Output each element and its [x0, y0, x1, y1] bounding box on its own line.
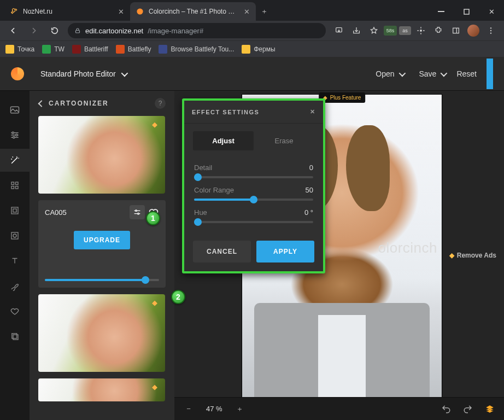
hue-slider[interactable]	[194, 221, 313, 223]
svg-rect-23	[13, 335, 18, 340]
menu-dots-icon[interactable]	[483, 23, 499, 38]
tool-text-icon[interactable]	[0, 249, 30, 272]
bookmark-item[interactable]: TW	[42, 45, 65, 54]
bookmark-item[interactable]: Battleriff	[72, 45, 108, 54]
tab-adjust[interactable]: Adjust	[193, 131, 254, 150]
watermark-text: olorcinch	[378, 240, 437, 256]
tool-brush-icon[interactable]	[0, 275, 30, 298]
reset-button[interactable]: Reset	[456, 69, 477, 78]
param-value: 0 °	[304, 208, 313, 217]
tool-wand-icon[interactable]	[0, 149, 30, 172]
selected-effect-card: CA005 UPGRADE	[38, 200, 166, 288]
zoom-in-button[interactable]: ＋	[232, 401, 248, 417]
svg-rect-16	[11, 186, 14, 189]
effect-settings-button[interactable]	[130, 205, 145, 219]
cancel-button[interactable]: CANCEL	[193, 241, 251, 262]
extension-icon[interactable]	[413, 23, 429, 38]
bookmark-item[interactable]: Battlefly	[116, 45, 151, 54]
app-favicon-icon	[136, 7, 144, 16]
app-header: Standard Photo Editor Open Save Reset	[0, 57, 504, 91]
primary-action-button[interactable]	[487, 59, 493, 89]
undo-button[interactable]	[438, 401, 454, 417]
svg-rect-22	[12, 334, 17, 339]
help-icon[interactable]: ?	[155, 98, 166, 109]
panel-title: EFFECT SETTINGS	[192, 109, 259, 115]
canvas-area: ◆Plus Feature olorcinch ◆Remove Ads ◆Rem…	[174, 91, 504, 420]
chevron-down-icon	[441, 69, 446, 78]
browser-titlebar: NozNet.ru ✕ Colorcinch – The #1 Photo Ed…	[0, 0, 504, 21]
close-panel-button[interactable]: ✕	[310, 108, 316, 115]
tool-vignette-icon[interactable]	[0, 224, 30, 247]
effect-thumbnail[interactable]: ◆	[38, 116, 165, 194]
zoom-level[interactable]: 47 %	[206, 405, 222, 413]
svg-point-21	[13, 234, 16, 237]
color-range-slider[interactable]	[194, 199, 313, 201]
forward-button[interactable]	[26, 23, 42, 38]
detail-slider[interactable]	[194, 176, 313, 178]
side-panel-icon[interactable]	[448, 23, 464, 38]
colorcinch-app: Standard Photo Editor Open Save Reset	[0, 57, 504, 420]
share-icon[interactable]	[349, 23, 364, 38]
bookmark-item[interactable]: Browse Battlefy Tou...	[159, 45, 234, 54]
param-value: 0	[309, 164, 313, 172]
svg-point-24	[136, 210, 137, 212]
effect-thumbnail[interactable]: ◆	[38, 294, 165, 372]
svg-rect-17	[16, 186, 19, 189]
annotation-callout: 2	[171, 290, 185, 304]
reload-button[interactable]	[47, 23, 62, 38]
effect-thumbnail[interactable]: ◆	[38, 378, 165, 401]
bookmarks-bar: Точка TW Battleriff Battlefly Browse Bat…	[0, 40, 504, 57]
close-window-button[interactable]: ✕	[479, 2, 504, 21]
chevron-down-icon	[121, 69, 126, 78]
apply-button[interactable]: APPLY	[256, 241, 314, 262]
tool-heart-icon[interactable]	[0, 300, 30, 323]
back-button[interactable]	[5, 23, 21, 38]
tool-grid-icon[interactable]	[0, 174, 30, 197]
zoom-out-button[interactable]: −	[181, 401, 196, 417]
extension-icon[interactable]: as	[399, 26, 411, 35]
bookmark-star-icon[interactable]	[366, 23, 382, 38]
extensions-puzzle-icon[interactable]	[431, 23, 446, 38]
redo-button[interactable]	[460, 401, 476, 417]
svg-rect-2	[464, 9, 469, 14]
install-app-icon[interactable]	[331, 23, 347, 38]
remove-ads-link[interactable]: ◆Remove Ads	[449, 252, 496, 259]
bookmark-item[interactable]: Фермы	[242, 45, 275, 54]
minimize-button[interactable]	[429, 2, 454, 21]
back-button[interactable]	[38, 100, 43, 108]
tab-erase[interactable]: Erase	[254, 131, 314, 150]
tab-title: NozNet.ru	[23, 8, 113, 15]
effects-sidebar: CARTOONIZER ? ◆ CA005 UPGRADE	[30, 91, 174, 420]
close-icon[interactable]: ✕	[117, 8, 125, 15]
layers-icon[interactable]	[482, 401, 497, 417]
annotation-callout: 1	[146, 211, 160, 225]
param-label: Hue	[194, 208, 207, 217]
premium-diamond-icon: ◆	[152, 383, 161, 392]
save-menu[interactable]: Save	[419, 69, 446, 78]
svg-point-11	[12, 132, 14, 133]
premium-diamond-icon: ◆	[152, 120, 161, 129]
effect-intensity-slider[interactable]	[45, 279, 159, 281]
plus-feature-badge[interactable]: ◆Plus Feature	[319, 92, 366, 103]
maximize-button[interactable]	[454, 2, 479, 21]
browser-tab[interactable]: NozNet.ru ✕	[4, 2, 130, 21]
open-menu[interactable]: Open	[376, 69, 403, 78]
tool-image-icon[interactable]	[0, 98, 30, 121]
tool-frame-icon[interactable]	[0, 199, 30, 222]
close-icon[interactable]: ✕	[243, 8, 250, 15]
svg-rect-14	[11, 182, 14, 185]
upgrade-button[interactable]: UPGRADE	[74, 231, 130, 249]
svg-rect-1	[438, 11, 444, 12]
bookmark-item[interactable]: Точка	[5, 45, 34, 54]
browser-tab[interactable]: Colorcinch – The #1 Photo Editor ✕	[130, 2, 256, 21]
tool-layers-icon[interactable]	[0, 325, 30, 348]
mode-dropdown[interactable]: Standard Photo Editor	[40, 69, 126, 78]
app-logo-icon[interactable]	[11, 67, 24, 80]
profile-avatar[interactable]	[466, 23, 481, 38]
url-field[interactable]: edit.cartoonize.net/image-manager#	[68, 23, 326, 38]
tool-sliders-icon[interactable]	[0, 124, 30, 147]
svg-rect-3	[76, 31, 80, 33]
effect-id: CA005	[45, 208, 67, 217]
extension-badge[interactable]: 58s	[384, 26, 397, 36]
new-tab-button[interactable]: ＋	[256, 2, 272, 21]
